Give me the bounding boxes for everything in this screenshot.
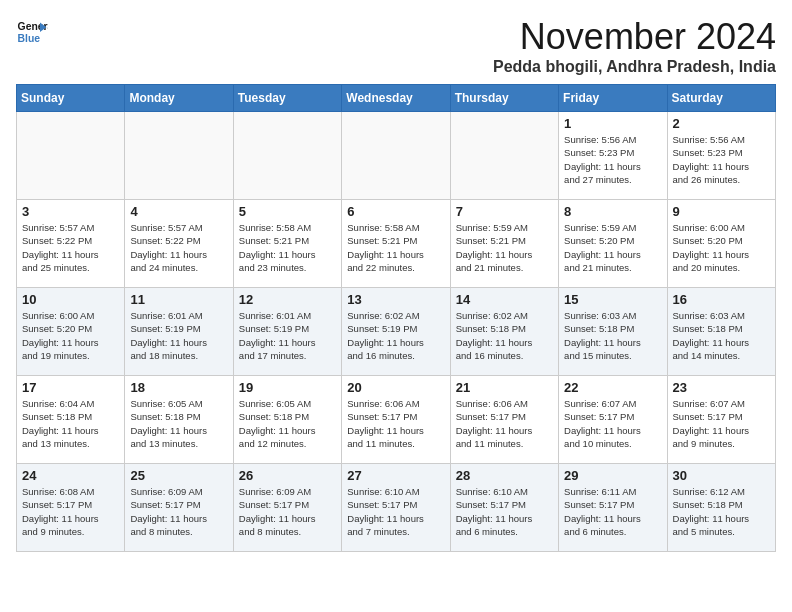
day-info: Sunrise: 6:00 AM Sunset: 5:20 PM Dayligh… (22, 309, 119, 362)
calendar-cell: 25Sunrise: 6:09 AM Sunset: 5:17 PM Dayli… (125, 464, 233, 552)
calendar-cell: 14Sunrise: 6:02 AM Sunset: 5:18 PM Dayli… (450, 288, 558, 376)
day-number: 24 (22, 468, 119, 483)
calendar-cell: 22Sunrise: 6:07 AM Sunset: 5:17 PM Dayli… (559, 376, 667, 464)
day-info: Sunrise: 6:03 AM Sunset: 5:18 PM Dayligh… (564, 309, 661, 362)
day-info: Sunrise: 5:59 AM Sunset: 5:20 PM Dayligh… (564, 221, 661, 274)
day-info: Sunrise: 5:58 AM Sunset: 5:21 PM Dayligh… (347, 221, 444, 274)
calendar-cell: 3Sunrise: 5:57 AM Sunset: 5:22 PM Daylig… (17, 200, 125, 288)
day-number: 14 (456, 292, 553, 307)
day-number: 12 (239, 292, 336, 307)
day-info: Sunrise: 5:56 AM Sunset: 5:23 PM Dayligh… (673, 133, 770, 186)
day-number: 1 (564, 116, 661, 131)
day-info: Sunrise: 6:02 AM Sunset: 5:19 PM Dayligh… (347, 309, 444, 362)
day-info: Sunrise: 6:04 AM Sunset: 5:18 PM Dayligh… (22, 397, 119, 450)
day-number: 29 (564, 468, 661, 483)
calendar-cell (342, 112, 450, 200)
day-number: 30 (673, 468, 770, 483)
day-number: 15 (564, 292, 661, 307)
calendar-cell: 1Sunrise: 5:56 AM Sunset: 5:23 PM Daylig… (559, 112, 667, 200)
page-header: General Blue November 2024 Pedda bhogili… (16, 16, 776, 76)
calendar-cell: 18Sunrise: 6:05 AM Sunset: 5:18 PM Dayli… (125, 376, 233, 464)
calendar-cell: 16Sunrise: 6:03 AM Sunset: 5:18 PM Dayli… (667, 288, 775, 376)
day-number: 8 (564, 204, 661, 219)
calendar-cell (450, 112, 558, 200)
weekday-header-monday: Monday (125, 85, 233, 112)
calendar-week-row: 10Sunrise: 6:00 AM Sunset: 5:20 PM Dayli… (17, 288, 776, 376)
day-info: Sunrise: 6:10 AM Sunset: 5:17 PM Dayligh… (347, 485, 444, 538)
day-number: 7 (456, 204, 553, 219)
title-section: November 2024 Pedda bhogili, Andhra Prad… (493, 16, 776, 76)
calendar-cell (233, 112, 341, 200)
calendar-cell: 29Sunrise: 6:11 AM Sunset: 5:17 PM Dayli… (559, 464, 667, 552)
calendar-cell: 8Sunrise: 5:59 AM Sunset: 5:20 PM Daylig… (559, 200, 667, 288)
day-info: Sunrise: 6:09 AM Sunset: 5:17 PM Dayligh… (130, 485, 227, 538)
day-info: Sunrise: 5:57 AM Sunset: 5:22 PM Dayligh… (130, 221, 227, 274)
calendar-cell: 6Sunrise: 5:58 AM Sunset: 5:21 PM Daylig… (342, 200, 450, 288)
day-number: 9 (673, 204, 770, 219)
calendar-cell: 2Sunrise: 5:56 AM Sunset: 5:23 PM Daylig… (667, 112, 775, 200)
calendar-cell: 15Sunrise: 6:03 AM Sunset: 5:18 PM Dayli… (559, 288, 667, 376)
calendar-week-row: 17Sunrise: 6:04 AM Sunset: 5:18 PM Dayli… (17, 376, 776, 464)
calendar-cell (125, 112, 233, 200)
day-number: 5 (239, 204, 336, 219)
day-number: 3 (22, 204, 119, 219)
logo-icon: General Blue (16, 16, 48, 48)
calendar-cell: 12Sunrise: 6:01 AM Sunset: 5:19 PM Dayli… (233, 288, 341, 376)
weekday-header-wednesday: Wednesday (342, 85, 450, 112)
logo: General Blue (16, 16, 48, 48)
day-number: 27 (347, 468, 444, 483)
day-number: 26 (239, 468, 336, 483)
weekday-header-friday: Friday (559, 85, 667, 112)
day-info: Sunrise: 5:57 AM Sunset: 5:22 PM Dayligh… (22, 221, 119, 274)
calendar-cell: 7Sunrise: 5:59 AM Sunset: 5:21 PM Daylig… (450, 200, 558, 288)
calendar-cell: 19Sunrise: 6:05 AM Sunset: 5:18 PM Dayli… (233, 376, 341, 464)
day-number: 25 (130, 468, 227, 483)
calendar-cell: 11Sunrise: 6:01 AM Sunset: 5:19 PM Dayli… (125, 288, 233, 376)
weekday-header-row: SundayMondayTuesdayWednesdayThursdayFrid… (17, 85, 776, 112)
day-info: Sunrise: 6:05 AM Sunset: 5:18 PM Dayligh… (130, 397, 227, 450)
calendar-cell: 10Sunrise: 6:00 AM Sunset: 5:20 PM Dayli… (17, 288, 125, 376)
calendar-cell: 24Sunrise: 6:08 AM Sunset: 5:17 PM Dayli… (17, 464, 125, 552)
calendar-cell: 9Sunrise: 6:00 AM Sunset: 5:20 PM Daylig… (667, 200, 775, 288)
calendar-cell: 28Sunrise: 6:10 AM Sunset: 5:17 PM Dayli… (450, 464, 558, 552)
weekday-header-thursday: Thursday (450, 85, 558, 112)
day-info: Sunrise: 6:08 AM Sunset: 5:17 PM Dayligh… (22, 485, 119, 538)
day-number: 10 (22, 292, 119, 307)
day-info: Sunrise: 6:05 AM Sunset: 5:18 PM Dayligh… (239, 397, 336, 450)
day-number: 6 (347, 204, 444, 219)
day-number: 16 (673, 292, 770, 307)
day-number: 18 (130, 380, 227, 395)
day-info: Sunrise: 5:59 AM Sunset: 5:21 PM Dayligh… (456, 221, 553, 274)
calendar-cell: 17Sunrise: 6:04 AM Sunset: 5:18 PM Dayli… (17, 376, 125, 464)
day-number: 21 (456, 380, 553, 395)
calendar-cell: 13Sunrise: 6:02 AM Sunset: 5:19 PM Dayli… (342, 288, 450, 376)
calendar-cell: 20Sunrise: 6:06 AM Sunset: 5:17 PM Dayli… (342, 376, 450, 464)
weekday-header-sunday: Sunday (17, 85, 125, 112)
calendar-week-row: 24Sunrise: 6:08 AM Sunset: 5:17 PM Dayli… (17, 464, 776, 552)
day-info: Sunrise: 6:07 AM Sunset: 5:17 PM Dayligh… (564, 397, 661, 450)
weekday-header-saturday: Saturday (667, 85, 775, 112)
day-info: Sunrise: 5:56 AM Sunset: 5:23 PM Dayligh… (564, 133, 661, 186)
day-number: 20 (347, 380, 444, 395)
location: Pedda bhogili, Andhra Pradesh, India (493, 58, 776, 76)
calendar-week-row: 3Sunrise: 5:57 AM Sunset: 5:22 PM Daylig… (17, 200, 776, 288)
calendar-cell: 5Sunrise: 5:58 AM Sunset: 5:21 PM Daylig… (233, 200, 341, 288)
day-number: 28 (456, 468, 553, 483)
day-number: 2 (673, 116, 770, 131)
day-number: 19 (239, 380, 336, 395)
day-number: 11 (130, 292, 227, 307)
day-number: 22 (564, 380, 661, 395)
day-number: 4 (130, 204, 227, 219)
calendar-cell: 23Sunrise: 6:07 AM Sunset: 5:17 PM Dayli… (667, 376, 775, 464)
day-info: Sunrise: 6:01 AM Sunset: 5:19 PM Dayligh… (130, 309, 227, 362)
calendar-cell: 30Sunrise: 6:12 AM Sunset: 5:18 PM Dayli… (667, 464, 775, 552)
day-info: Sunrise: 6:12 AM Sunset: 5:18 PM Dayligh… (673, 485, 770, 538)
day-number: 23 (673, 380, 770, 395)
day-info: Sunrise: 6:06 AM Sunset: 5:17 PM Dayligh… (347, 397, 444, 450)
svg-text:Blue: Blue (18, 33, 41, 44)
day-info: Sunrise: 6:09 AM Sunset: 5:17 PM Dayligh… (239, 485, 336, 538)
day-info: Sunrise: 6:03 AM Sunset: 5:18 PM Dayligh… (673, 309, 770, 362)
calendar-cell: 21Sunrise: 6:06 AM Sunset: 5:17 PM Dayli… (450, 376, 558, 464)
day-number: 13 (347, 292, 444, 307)
day-info: Sunrise: 6:00 AM Sunset: 5:20 PM Dayligh… (673, 221, 770, 274)
